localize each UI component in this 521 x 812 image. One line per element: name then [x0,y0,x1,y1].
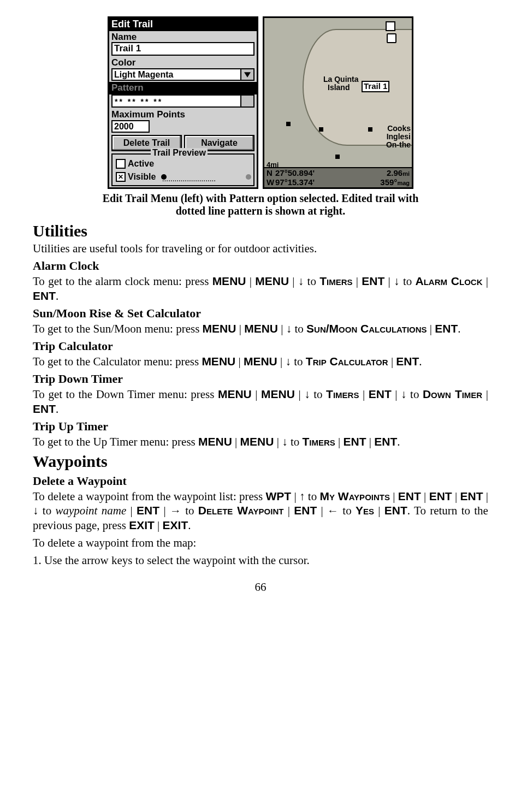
pattern-select[interactable]: ** ** ** ** [111,94,241,108]
map-marker-icon [387,33,396,43]
waypoints-heading: Waypoints [33,452,488,471]
figure-row: Edit Trail Name Trail 1 Color Light Mage… [33,16,488,189]
name-input[interactable]: Trail 1 [111,42,254,56]
map-lat: 27°50.894' [275,169,380,178]
map-screenshot: La Quinta Island Trail 1 Cooks Inglesi O… [263,16,413,189]
page: Edit Trail Name Trail 1 Color Light Mage… [0,0,521,616]
figure-caption: Edit Trail Menu (left) with Pattern opti… [44,192,477,217]
tripcalc-text: To get to the Calculator menu: press MEN… [33,354,488,369]
visible-checkbox[interactable]: ✕ [116,172,126,182]
maxpoints-input[interactable]: 2000 [111,120,150,133]
tripup-text: To get to the Up Timer menu: press MENU … [33,435,488,449]
visible-label: Visible [128,172,156,182]
map-dot-icon [319,127,323,132]
tripdown-text: To get to the Down Timer menu: press MEN… [33,387,488,416]
name-label: Name [109,31,257,43]
active-checkbox[interactable] [116,159,126,169]
map-trail-label: Trail 1 [362,81,389,92]
tripdown-heading: Trip Down Timer [33,372,488,386]
map-dot-icon [368,127,372,132]
maxpoints-label: Maximum Points [109,109,257,120]
map-dot-icon [335,155,340,159]
map-marker-icon [386,21,395,31]
map-lon: 97°15.374' [275,178,380,187]
color-dropdown-button[interactable] [241,68,254,81]
sunmoon-heading: Sun/Moon Rise & Set Calculator [33,306,488,321]
delete-from-map-step1: 1. Use the arrow keys to select the wayp… [33,553,488,567]
map-nw-indicator: N W [267,169,275,187]
trail-preview-title: Trail Preview [151,148,208,158]
alarm-clock-text: To get to the alarm clock menu: press ME… [33,274,488,303]
map-island-label: Island [328,84,350,92]
map-heading: 359° [380,177,397,187]
map-distance: 2.96 [387,168,402,177]
slider-track-icon: ·························· [162,178,216,184]
delete-waypoint-text: To delete a waypoint from the waypoint l… [33,489,488,532]
edit-trail-screenshot: Edit Trail Name Trail 1 Color Light Mage… [108,16,258,189]
map-distance-unit: mi [402,170,410,177]
trail-preview-group: Trail Preview Active ✕ Visible ·········… [111,153,254,186]
preview-slider[interactable]: ·························· [162,175,250,179]
delete-from-map-intro: To delete a waypoint from the map: [33,536,488,550]
utilities-heading: Utilities [33,222,488,240]
active-label: Active [128,159,154,169]
pattern-preview-icon: ** ** ** ** [115,98,163,106]
map-onthe-label: On-the [386,141,411,149]
pattern-dropdown-button[interactable] [241,94,254,108]
slider-knob-right-icon [246,174,251,180]
page-number: 66 [33,580,488,594]
delete-waypoint-heading: Delete a Waypoint [33,474,488,488]
map-statusbar: N W 27°50.894' 97°15.374' 2.96mi 359°mag [264,167,412,187]
color-select[interactable]: Light Magenta [111,68,241,81]
utilities-intro: Utilities are useful tools for traveling… [33,241,488,256]
map-dot-icon [286,122,291,126]
chevron-down-icon [244,72,251,78]
svg-marker-0 [244,72,251,78]
map-heading-unit: mag [397,180,410,186]
sunmoon-text: To get to the Sun/Moon menu: press MENU … [33,322,488,336]
color-label: Color [109,57,257,68]
alarm-clock-heading: Alarm Clock [33,259,488,273]
tripcalc-heading: Trip Calculator [33,339,488,353]
tripup-heading: Trip Up Timer [33,419,488,434]
map-coordinates: 27°50.894' 97°15.374' [275,169,380,187]
pattern-label: Pattern [109,82,257,94]
window-title: Edit Trail [109,18,257,31]
